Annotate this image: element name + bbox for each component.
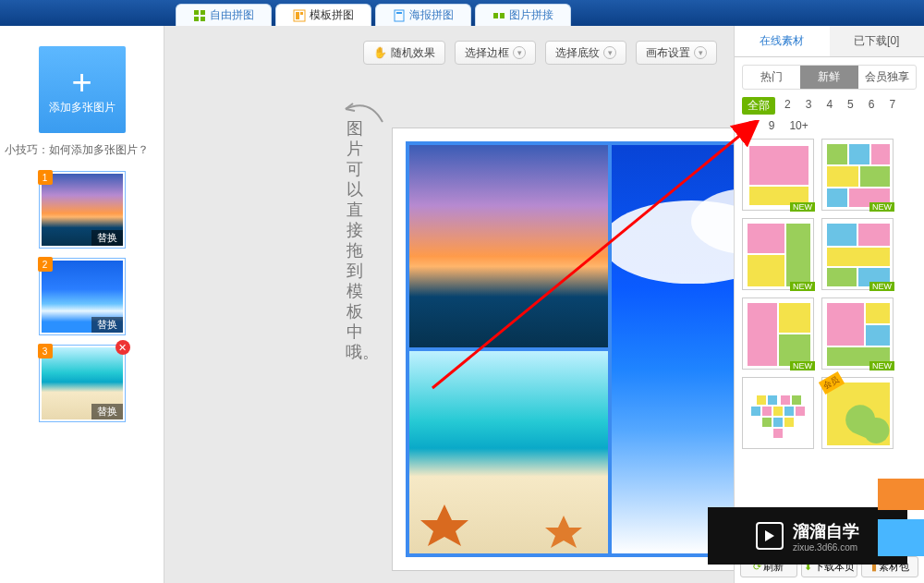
new-badge: NEW xyxy=(869,282,894,291)
count-filter-10plus[interactable]: 10+ xyxy=(784,118,813,133)
svg-rect-46 xyxy=(762,418,772,427)
tab-online-materials[interactable]: 在线素材 xyxy=(735,26,830,56)
svg-rect-5 xyxy=(296,12,299,19)
svg-rect-31 xyxy=(779,303,810,333)
button-label: 选择边框 xyxy=(465,45,509,61)
tip-link[interactable]: 小技巧：如何添加多张图片？ xyxy=(2,142,162,158)
collage-cell[interactable] xyxy=(409,145,608,347)
join-icon xyxy=(492,9,505,22)
play-icon xyxy=(756,522,784,550)
count-filter-9[interactable]: 9 xyxy=(763,118,781,133)
thumb-1[interactable]: 1 替换 xyxy=(39,171,126,249)
template-item[interactable]: NEW xyxy=(821,218,894,290)
filter-hot[interactable]: 热门 xyxy=(743,66,800,89)
thumb-3[interactable]: 3 ✕ 替换 xyxy=(39,345,126,422)
poster-icon xyxy=(393,9,406,22)
chevron-down-icon: ▾ xyxy=(694,46,707,59)
template-item[interactable]: NEW xyxy=(742,139,814,211)
svg-rect-47 xyxy=(773,418,783,427)
filter-vip[interactable]: 会员独享 xyxy=(858,66,916,89)
svg-rect-41 xyxy=(751,407,760,416)
svg-rect-1 xyxy=(201,10,205,15)
svg-rect-25 xyxy=(827,224,857,246)
filter-new[interactable]: 新鲜 xyxy=(800,66,857,89)
svg-rect-16 xyxy=(849,144,869,164)
replace-button[interactable]: 替换 xyxy=(91,317,123,333)
thumb-number: 1 xyxy=(38,170,53,185)
svg-rect-44 xyxy=(784,407,794,416)
template-item[interactable]: NEW xyxy=(742,218,814,290)
count-filter-row: 全部 2 3 4 5 6 7 8 9 10+ xyxy=(735,97,924,139)
svg-rect-17 xyxy=(871,144,890,164)
template-item[interactable]: 会员 xyxy=(821,377,894,449)
new-badge: NEW xyxy=(869,361,894,370)
starfish-icon xyxy=(417,500,472,546)
svg-rect-2 xyxy=(194,17,199,21)
svg-rect-15 xyxy=(827,144,847,164)
svg-rect-27 xyxy=(827,248,890,266)
template-item[interactable]: NEW xyxy=(821,139,894,211)
button-label: 画布设置 xyxy=(646,45,690,61)
svg-rect-33 xyxy=(827,303,864,346)
replace-button[interactable]: 替换 xyxy=(91,404,123,419)
svg-rect-45 xyxy=(796,407,805,416)
chevron-down-icon: ▾ xyxy=(513,46,526,59)
svg-rect-26 xyxy=(858,224,890,246)
left-sidebar: + 添加多张图片 小技巧：如何添加多张图片？ 1 替换 2 替换 3 ✕ 替换 xyxy=(0,26,164,583)
starfish-icon xyxy=(543,513,584,550)
svg-rect-40 xyxy=(792,395,801,405)
chevron-down-icon: ▾ xyxy=(603,46,616,59)
svg-rect-20 xyxy=(827,188,847,207)
floating-orange-button[interactable] xyxy=(878,479,924,510)
count-filter-4[interactable]: 4 xyxy=(821,97,838,115)
template-item[interactable] xyxy=(742,377,814,449)
svg-rect-43 xyxy=(773,407,783,416)
count-filter-5[interactable]: 5 xyxy=(842,97,859,115)
tab-label: 自由拼图 xyxy=(210,7,254,23)
add-images-button[interactable]: + 添加多张图片 xyxy=(39,46,126,133)
thumb-2[interactable]: 2 替换 xyxy=(39,258,126,335)
svg-rect-35 xyxy=(866,325,890,346)
svg-rect-49 xyxy=(773,429,783,438)
canvas-area: ✋ 随机效果 选择边框 ▾ 选择底纹 ▾ 画布设置 ▾ 图片可以直接拖到模板中哦… xyxy=(164,26,734,583)
svg-rect-3 xyxy=(201,17,205,21)
count-filter-6[interactable]: 6 xyxy=(863,97,881,115)
thumb-number: 3 xyxy=(38,344,53,358)
collage-cell[interactable] xyxy=(409,351,608,553)
svg-rect-30 xyxy=(748,303,777,366)
delete-thumb-button[interactable]: ✕ xyxy=(116,340,130,355)
tab-label: 模板拼图 xyxy=(310,7,354,23)
svg-rect-42 xyxy=(762,407,772,416)
random-effect-button[interactable]: ✋ 随机效果 xyxy=(363,41,445,65)
new-badge: NEW xyxy=(790,282,815,291)
tab-template-collage[interactable]: 模板拼图 xyxy=(275,4,371,26)
svg-rect-13 xyxy=(749,146,808,185)
count-filter-7[interactable]: 7 xyxy=(883,97,901,115)
count-filter-8[interactable]: 8 xyxy=(742,118,760,133)
floating-blue-button[interactable] xyxy=(878,519,924,556)
tab-poster-collage[interactable]: 海报拼图 xyxy=(375,4,471,26)
tab-free-collage[interactable]: 自由拼图 xyxy=(176,4,272,26)
hand-icon: ✋ xyxy=(373,46,387,59)
new-badge: NEW xyxy=(790,202,815,212)
count-filter-3[interactable]: 3 xyxy=(800,97,818,115)
new-badge: NEW xyxy=(869,202,894,212)
canvas-toolbar: ✋ 随机效果 选择边框 ▾ 选择底纹 ▾ 画布设置 ▾ xyxy=(363,41,717,65)
tab-image-join[interactable]: 图片拼接 xyxy=(475,4,571,26)
count-filter-all[interactable]: 全部 xyxy=(742,97,775,115)
svg-rect-0 xyxy=(194,10,199,15)
count-filter-2[interactable]: 2 xyxy=(779,97,796,115)
template-item[interactable]: NEW xyxy=(742,298,814,370)
canvas-settings-button[interactable]: 画布设置 ▾ xyxy=(636,41,717,65)
button-label: 随机效果 xyxy=(391,45,435,61)
thumb-number: 2 xyxy=(38,257,53,272)
tab-downloaded-materials[interactable]: 已下载[0] xyxy=(830,26,925,56)
grid-icon xyxy=(193,9,206,22)
svg-rect-6 xyxy=(300,12,303,15)
replace-button[interactable]: 替换 xyxy=(91,230,123,246)
select-texture-button[interactable]: 选择底纹 ▾ xyxy=(545,41,626,65)
select-border-button[interactable]: 选择边框 ▾ xyxy=(455,41,536,65)
template-item[interactable]: NEW xyxy=(821,298,894,370)
new-badge: NEW xyxy=(790,361,815,370)
top-tabs-bar: 自由拼图 模板拼图 海报拼图 图片拼接 xyxy=(0,0,924,26)
